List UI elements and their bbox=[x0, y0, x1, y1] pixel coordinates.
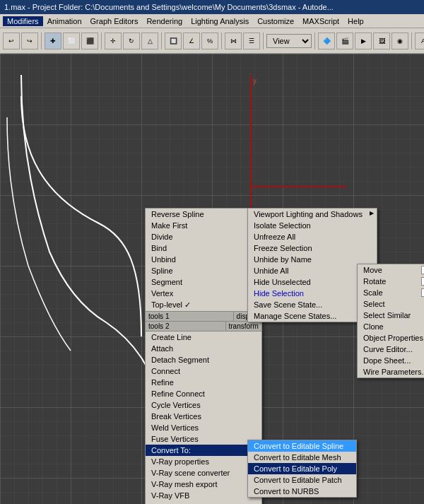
toolbar-sep-3 bbox=[161, 33, 162, 49]
menu-modifiers[interactable]: Modifiers bbox=[3, 16, 43, 26]
toolbar: ↩ ↪ ✚ ⬜ ⬛ ✛ ↻ △ 🔲 ∠ % ⋈ ☰ View 🔷 🎬 ▶ 🖼 ◉… bbox=[0, 28, 424, 54]
ctx-rotate-icon bbox=[421, 277, 424, 286]
section-transform: transform bbox=[225, 322, 261, 331]
ctx-refine[interactable]: Refine bbox=[146, 377, 261, 388]
ctx-unfreeze-all[interactable]: Unfreeze All bbox=[248, 231, 377, 242]
ctx-fuse-vertices[interactable]: Fuse Vertices bbox=[146, 433, 261, 445]
ctx-isolate-selection[interactable]: Isolate Selection bbox=[248, 220, 377, 231]
convert-editable-spline[interactable]: Convert to Editable Spline bbox=[248, 440, 356, 452]
ctx-divide[interactable]: Divide bbox=[146, 231, 261, 242]
ctx-vertex[interactable]: Vertex bbox=[146, 288, 261, 299]
ctx-vray-scene-converter[interactable]: V-Ray scene converter bbox=[146, 467, 261, 479]
ctx-make-first[interactable]: Make First bbox=[146, 220, 261, 231]
menu-animation[interactable]: Animation bbox=[43, 16, 86, 26]
mirror-btn[interactable]: ⋈ bbox=[225, 33, 242, 49]
render-frame-btn[interactable]: 🖼 bbox=[373, 33, 390, 49]
viewport: y Reverse Spline Make First Divide Bind … bbox=[0, 54, 424, 504]
quick-render-btn[interactable]: ▶ bbox=[355, 33, 372, 49]
toolbar-sep-4 bbox=[221, 33, 222, 49]
ctx-vray-properties[interactable]: V-Ray properties bbox=[146, 456, 261, 467]
toolbar-sep-5 bbox=[263, 33, 264, 49]
percent-snap-btn[interactable]: % bbox=[201, 33, 218, 49]
move-btn[interactable]: ✛ bbox=[105, 33, 122, 49]
viewport-dropdown[interactable]: View bbox=[266, 34, 312, 48]
convert-editable-patch[interactable]: Convert to Editable Patch bbox=[248, 474, 356, 486]
ctx-spline[interactable]: Spline bbox=[146, 265, 261, 276]
ctx-viewport-lighting[interactable]: Viewport Lighting and Shadows bbox=[248, 209, 377, 220]
context-menu-panel-left: Reverse Spline Make First Divide Bind Un… bbox=[145, 208, 262, 504]
toolbar-sep-7 bbox=[411, 33, 412, 49]
ctx-object-properties[interactable]: Object Properties... bbox=[358, 332, 424, 344]
ctx-scale-label: Scale bbox=[363, 288, 383, 297]
ctx-vrscene-exporter[interactable]: .vrscene exporter bbox=[146, 501, 261, 504]
toolbar-sep-6 bbox=[314, 33, 315, 49]
ctx-segment[interactable]: Segment bbox=[146, 276, 261, 288]
title-bar: 1.max - Project Folder: C:\Documents and… bbox=[0, 0, 424, 14]
menu-lighting-analysis[interactable]: Lighting Analysis bbox=[187, 16, 253, 26]
undo-btn[interactable]: ↩ bbox=[3, 33, 20, 49]
toolbar-sep-2 bbox=[101, 33, 102, 49]
select-btn[interactable]: ✚ bbox=[45, 33, 61, 49]
ctx-select-similar[interactable]: Select Similar bbox=[358, 310, 424, 321]
convert-editable-poly[interactable]: Convert to Editable Poly bbox=[248, 463, 356, 474]
ctx-cycle-vertices[interactable]: Cycle Vertices bbox=[146, 399, 261, 411]
convert-to-submenu: Convert to Editable Spline Convert to Ed… bbox=[247, 440, 357, 498]
scale-btn[interactable]: △ bbox=[141, 33, 158, 49]
section-tools2: tools 2 bbox=[146, 322, 225, 331]
material-editor-btn[interactable]: 🔷 bbox=[318, 33, 335, 49]
ctx-refine-connect[interactable]: Refine Connect bbox=[146, 388, 261, 399]
ctx-scale[interactable]: Scale bbox=[358, 287, 424, 298]
section-tools1: tools 1 bbox=[146, 312, 233, 321]
menu-graph-editors[interactable]: Graph Editors bbox=[86, 16, 143, 26]
ctx-reverse-spline[interactable]: Reverse Spline bbox=[146, 209, 261, 220]
ctx-vray-mesh-export[interactable]: V-Ray mesh export bbox=[146, 479, 261, 490]
active-shade-btn[interactable]: ◉ bbox=[391, 33, 408, 49]
ctx-convert-to[interactable]: Convert To: bbox=[146, 445, 261, 456]
render-setup-btn[interactable]: 🎬 bbox=[336, 33, 353, 49]
ctx-move[interactable]: Move bbox=[358, 264, 424, 276]
angle-snap-btn[interactable]: ∠ bbox=[183, 33, 200, 49]
menu-maxscript[interactable]: MAXScript bbox=[298, 16, 343, 26]
menu-bar: Modifiers Animation Graph Editors Render… bbox=[0, 14, 424, 28]
ctx-wire-parameters[interactable]: Wire Parameters... bbox=[358, 366, 424, 377]
select-region-btn[interactable]: ⬜ bbox=[63, 33, 80, 49]
ctx-break-vertices[interactable]: Break Vertices bbox=[146, 411, 261, 422]
ctx-move-icon bbox=[421, 266, 424, 274]
ctx-create-line[interactable]: Create Line bbox=[146, 332, 261, 343]
ctx-rotate[interactable]: Rotate bbox=[358, 276, 424, 287]
ctx-attach[interactable]: Attach bbox=[146, 343, 261, 354]
ctx-connect[interactable]: Connect bbox=[146, 365, 261, 377]
ctx-bind[interactable]: Bind bbox=[146, 242, 261, 254]
context-menu-panel-transform: Move Rotate Scale Select Select Similar … bbox=[357, 264, 424, 378]
ctx-curve-editor[interactable]: Curve Editor... bbox=[358, 344, 424, 355]
title-text: 1.max - Project Folder: C:\Documents and… bbox=[4, 3, 334, 11]
ctx-move-label: Move bbox=[363, 266, 382, 274]
rotate-btn[interactable]: ↻ bbox=[123, 33, 140, 49]
ctx-unbind[interactable]: Unbind bbox=[146, 254, 261, 265]
convert-nurbs[interactable]: Convert to NURBS bbox=[248, 486, 356, 497]
context-menu: Reverse Spline Make First Divide Bind Un… bbox=[145, 208, 262, 504]
ctx-rotate-label: Rotate bbox=[363, 277, 386, 286]
toolbar-sep-1 bbox=[41, 33, 42, 49]
align-btn[interactable]: ☰ bbox=[243, 33, 260, 49]
ctx-freeze-selection[interactable]: Freeze Selection bbox=[248, 242, 377, 254]
ctx-clone[interactable]: Clone bbox=[358, 321, 424, 332]
extra-btn-1[interactable]: A bbox=[415, 33, 424, 49]
redo-btn[interactable]: ↪ bbox=[21, 33, 38, 49]
snap-btn[interactable]: 🔲 bbox=[165, 33, 182, 49]
ctx-select[interactable]: Select bbox=[358, 298, 424, 310]
ctx-weld-vertices[interactable]: Weld Vertices bbox=[146, 422, 261, 433]
ctx-scale-icon bbox=[421, 288, 424, 297]
ctx-detach-segment[interactable]: Detach Segment bbox=[146, 354, 261, 365]
ctx-dope-sheet[interactable]: Dope Sheet... bbox=[358, 355, 424, 366]
window-crossing-btn[interactable]: ⬛ bbox=[81, 33, 98, 49]
ctx-top-level[interactable]: Top-level ✓ bbox=[146, 299, 261, 311]
menu-help[interactable]: Help bbox=[343, 16, 368, 26]
svg-text:y: y bbox=[253, 77, 257, 85]
menu-rendering[interactable]: Rendering bbox=[142, 16, 187, 26]
convert-editable-mesh[interactable]: Convert to Editable Mesh bbox=[248, 452, 356, 463]
ctx-vray-vfb[interactable]: V-Ray VFB bbox=[146, 490, 261, 501]
menu-customize[interactable]: Customize bbox=[253, 16, 298, 26]
